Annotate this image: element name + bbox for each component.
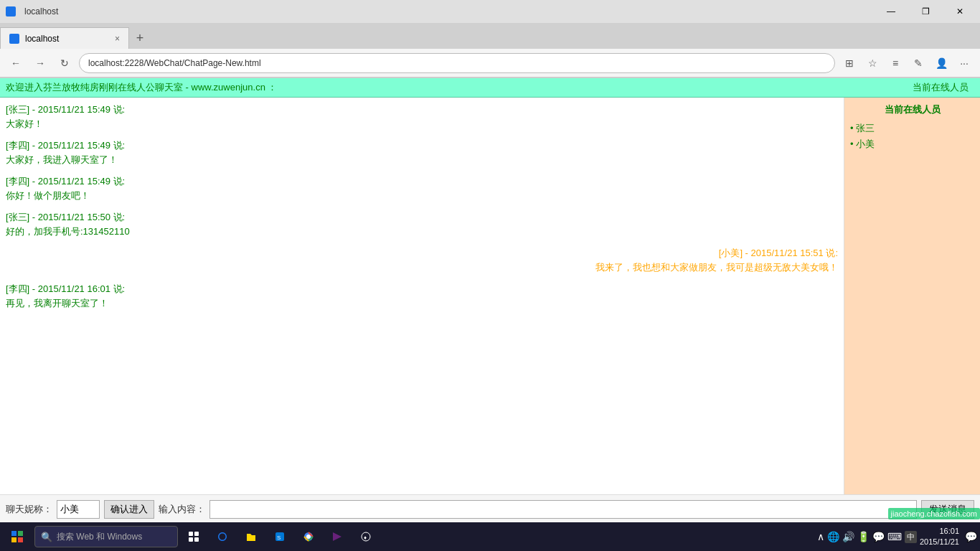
tab-title: localhost <box>25 34 59 44</box>
chrome-icon[interactable] <box>296 524 321 550</box>
message-meta: [小美] - 2015/11/21 15:51 说: <box>6 247 838 260</box>
reader-view-button[interactable]: ⊞ <box>839 53 859 73</box>
new-tab-button[interactable]: + <box>129 27 151 49</box>
watermark: jiaocheng.chazofish.com <box>888 508 980 519</box>
svg-rect-1 <box>194 532 199 536</box>
message-block: [李四] - 2015/11/21 16:01 说: 再见，我离开聊天室了！ <box>6 283 838 310</box>
enter-button[interactable]: 确认进入 <box>104 500 154 519</box>
favorite-button[interactable]: ☆ <box>862 53 882 73</box>
message-meta: [李四] - 2015/11/21 16:01 说: <box>6 283 838 296</box>
nickname-input[interactable] <box>57 500 100 519</box>
clock-time: 16:01 <box>920 526 959 537</box>
url-text: localhost:2228/WebChat/ChatPage-New.html <box>88 58 261 68</box>
online-label: 当前在线人员 <box>913 81 974 94</box>
browser-chrome: localhost — ❐ ✕ localhost × + ← → ↻ loca… <box>0 0 980 78</box>
message-icon[interactable]: 💬 <box>872 531 885 542</box>
start-button[interactable] <box>3 522 32 551</box>
system-tray: ∧ 🌐 🔊 🔋 💬 ⌨ 中 <box>817 531 917 543</box>
page-content: 欢迎进入芬兰放牧纯房刚刚在线人公聊天室 - www.zuwenjun.cn ： … <box>0 78 980 523</box>
visual-studio-icon[interactable] <box>324 524 350 550</box>
svg-text:♦: ♦ <box>364 534 367 541</box>
taskbar-search-input[interactable] <box>57 532 164 542</box>
message-block: [张三] - 2015/11/21 15:49 说: 大家好！ <box>6 103 838 131</box>
message-text: 我来了，我也想和大家做朋友，我可是超级无敌大美女哦！ <box>6 261 838 274</box>
minimize-button[interactable]: — <box>877 0 905 23</box>
message-text: 好的，加我手机号:131452110 <box>6 225 838 238</box>
search-icon: 🔍 <box>41 532 52 542</box>
network-icon[interactable]: 🌐 <box>827 531 839 542</box>
message-meta: [张三] - 2015/11/21 15:50 说: <box>6 211 838 224</box>
message-block: [张三] - 2015/11/21 15:50 说: 好的，加我手机号:1314… <box>6 211 838 238</box>
taskbar-search[interactable]: 🔍 <box>34 526 178 547</box>
edge-icon[interactable] <box>209 524 235 550</box>
chat-main: [张三] - 2015/11/21 15:49 说: 大家好！ [李四] - 2… <box>0 98 980 494</box>
browser-tab[interactable]: localhost × <box>0 27 129 49</box>
browser-favicon <box>6 6 16 17</box>
nickname-label: 聊天妮称： <box>6 503 52 516</box>
tab-bar: localhost × + <box>0 23 980 49</box>
online-user-item: • 张三 <box>850 122 974 135</box>
online-users-list: • 张三• 小美 <box>850 122 974 151</box>
refresh-button[interactable]: ↻ <box>55 53 75 73</box>
message-input[interactable] <box>209 500 917 519</box>
message-text: 你好！做个朋友吧！ <box>6 189 838 202</box>
chat-messages-area[interactable]: [张三] - 2015/11/21 15:49 说: 大家好！ [李四] - 2… <box>0 98 844 494</box>
task-view-button[interactable] <box>181 524 207 550</box>
address-input[interactable]: localhost:2228/WebChat/ChatPage-New.html <box>79 53 835 73</box>
taskbar: 🔍 S ♦ ∧ 🌐 🔊 🔋 💬 ⌨ 中 16:01 2015/11/21 <box>0 522 980 551</box>
maximize-button[interactable]: ❐ <box>911 0 940 23</box>
message-text: 大家好，我进入聊天室了！ <box>6 154 838 166</box>
ime-icon[interactable]: 中 <box>905 531 917 543</box>
file-explorer-icon[interactable] <box>238 524 264 550</box>
message-text: 大家好！ <box>6 118 838 131</box>
svg-rect-2 <box>189 537 193 542</box>
toolbar-icons: ⊞ ☆ ≡ ✎ 👤 ··· <box>839 53 974 73</box>
tray-arrow-icon[interactable]: ∧ <box>817 531 824 542</box>
more-button[interactable]: ··· <box>954 53 974 73</box>
watermark-text: jiaocheng.chazofish.com <box>891 509 977 518</box>
tab-close-button[interactable]: × <box>115 34 120 44</box>
edit-button[interactable]: ✎ <box>908 53 928 73</box>
battery-icon[interactable]: 🔋 <box>857 531 870 542</box>
back-button[interactable]: ← <box>6 53 26 73</box>
game-icon[interactable]: ♦ <box>353 524 379 550</box>
taskbar-right: ∧ 🌐 🔊 🔋 💬 ⌨ 中 16:01 2015/11/21 💬 <box>817 526 977 548</box>
message-block: [李四] - 2015/11/21 15:49 说: 大家好，我进入聊天室了！ <box>6 139 838 166</box>
taskbar-clock[interactable]: 16:01 2015/11/21 <box>920 526 959 548</box>
message-text: 再见，我离开聊天室了！ <box>6 297 838 310</box>
store-icon[interactable]: S <box>267 524 293 550</box>
message-meta: [李四] - 2015/11/21 15:49 说: <box>6 139 838 152</box>
forward-button[interactable]: → <box>30 53 50 73</box>
svg-text:S: S <box>277 534 281 541</box>
message-block: [李四] - 2015/11/21 15:49 说: 你好！做个朋友吧！ <box>6 175 838 202</box>
svg-rect-3 <box>194 537 199 542</box>
message-block: [小美] - 2015/11/21 15:51 说: 我来了，我也想和大家做朋友… <box>6 247 838 274</box>
keyboard-icon[interactable]: ⌨ <box>887 531 902 542</box>
message-meta: [张三] - 2015/11/21 15:49 说: <box>6 103 838 116</box>
hamburger-button[interactable]: ≡ <box>885 53 905 73</box>
message-meta: [李四] - 2015/11/21 15:49 说: <box>6 175 838 188</box>
chat-input-bar: 聊天妮称： 确认进入 输入内容： 发送消息 <box>0 494 980 523</box>
svg-rect-0 <box>189 532 193 536</box>
online-panel: 当前在线人员 • 张三• 小美 <box>844 98 980 494</box>
window-title: localhost <box>24 6 58 17</box>
window-controls: — ❐ ✕ <box>877 0 974 23</box>
windows-icon <box>11 531 23 542</box>
online-panel-title: 当前在线人员 <box>850 103 974 116</box>
profile-button[interactable]: 👤 <box>931 53 951 73</box>
clock-date: 2015/11/21 <box>920 537 959 547</box>
address-bar: ← → ↻ localhost:2228/WebChat/ChatPage-Ne… <box>0 49 980 77</box>
content-label: 输入内容： <box>159 503 205 516</box>
tab-favicon <box>9 34 19 44</box>
chat-header: 欢迎进入芬兰放牧纯房刚刚在线人公聊天室 - www.zuwenjun.cn ： … <box>0 78 980 98</box>
notification-button[interactable]: 💬 <box>965 531 977 542</box>
title-bar: localhost — ❐ ✕ <box>0 0 980 23</box>
volume-icon[interactable]: 🔊 <box>842 531 854 542</box>
chat-header-text: 欢迎进入芬兰放牧纯房刚刚在线人公聊天室 - www.zuwenjun.cn ： <box>6 81 913 94</box>
online-user-item: • 小美 <box>850 138 974 151</box>
close-button[interactable]: ✕ <box>946 0 974 23</box>
svg-point-7 <box>306 534 311 539</box>
